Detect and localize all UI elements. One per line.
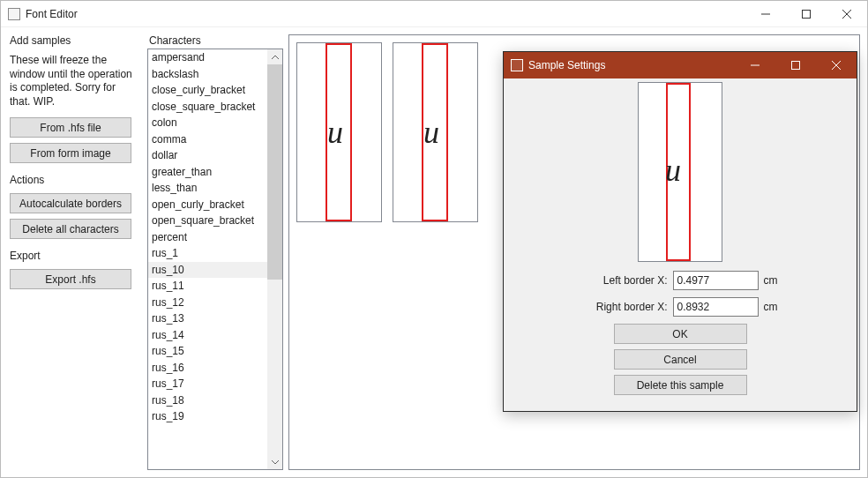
unit-label: cm: [764, 301, 782, 313]
character-item[interactable]: percent: [148, 229, 267, 246]
character-item[interactable]: open_curly_bracket: [148, 197, 267, 213]
left-border-label: Left border X:: [580, 274, 668, 287]
character-item[interactable]: ampersand: [148, 49, 267, 66]
delete-all-button[interactable]: Delete all characters: [10, 219, 131, 239]
from-form-image-button[interactable]: From form image: [10, 143, 131, 163]
preview-glyph: и: [665, 152, 681, 189]
sample-thumbnail[interactable]: и: [296, 42, 382, 222]
character-item[interactable]: rus_10: [148, 262, 267, 279]
scroll-up-arrow[interactable]: [267, 49, 282, 64]
sample-glyph: и: [423, 114, 439, 151]
main-titlebar: Font Editor: [1, 1, 867, 27]
sample-glyph: и: [327, 114, 343, 151]
modal-app-icon: [511, 59, 523, 71]
modal-close-button[interactable]: [816, 52, 857, 78]
scrollbar-thumb[interactable]: [267, 64, 282, 280]
autocalc-borders-button[interactable]: Autocalculate borders: [10, 193, 131, 213]
close-button[interactable]: [827, 1, 867, 27]
character-item[interactable]: rus_13: [148, 310, 267, 327]
add-samples-heading: Add samples: [10, 34, 134, 47]
character-item[interactable]: rus_19: [148, 408, 267, 425]
maximize-button[interactable]: [786, 1, 827, 27]
modal-minimize-button[interactable]: [735, 52, 775, 78]
modal-title: Sample Settings: [528, 59, 735, 71]
character-item[interactable]: greater_than: [148, 164, 267, 181]
add-samples-desc: These will freeze the window until the o…: [10, 54, 134, 108]
window-title: Font Editor: [26, 8, 745, 20]
character-item[interactable]: rus_11: [148, 278, 267, 295]
character-item[interactable]: rus_14: [148, 327, 267, 344]
characters-listbox[interactable]: ampersandbackslashclose_curly_bracketclo…: [147, 49, 283, 470]
characters-heading: Characters: [147, 34, 283, 47]
svg-rect-1: [803, 10, 811, 18]
character-item[interactable]: rus_1: [148, 245, 267, 262]
character-item[interactable]: open_square_bracket: [148, 213, 267, 229]
character-item[interactable]: rus_15: [148, 343, 267, 360]
delete-sample-button[interactable]: Delete this sample: [614, 375, 747, 395]
scroll-down-arrow[interactable]: [267, 454, 282, 469]
modal-maximize-button[interactable]: [775, 52, 816, 78]
character-item[interactable]: close_curly_bracket: [148, 82, 267, 99]
left-border-input[interactable]: [673, 271, 759, 290]
svg-rect-5: [792, 62, 800, 70]
right-border-label: Right border X:: [580, 301, 668, 313]
actions-heading: Actions: [10, 174, 134, 186]
character-item[interactable]: colon: [148, 115, 267, 131]
scrollbar[interactable]: [267, 49, 282, 469]
character-item[interactable]: rus_18: [148, 392, 267, 409]
unit-label: cm: [764, 274, 782, 287]
character-item[interactable]: rus_16: [148, 360, 267, 377]
app-icon: [8, 8, 20, 20]
characters-panel: Characters ampersandbackslashclose_curly…: [144, 27, 288, 477]
character-item[interactable]: rus_17: [148, 376, 267, 392]
modal-titlebar: Sample Settings: [504, 52, 857, 78]
from-hfs-button[interactable]: From .hfs file: [10, 117, 131, 138]
export-hfs-button[interactable]: Export .hfs: [10, 269, 131, 289]
character-item[interactable]: backslash: [148, 66, 267, 83]
cancel-button[interactable]: Cancel: [614, 349, 747, 370]
minimize-button[interactable]: [745, 1, 786, 27]
character-item[interactable]: close_square_bracket: [148, 99, 267, 116]
sample-thumbnail[interactable]: и: [393, 42, 478, 222]
modal-preview: и: [638, 82, 722, 262]
sidebar: Add samples These will freeze the window…: [1, 27, 144, 477]
ok-button[interactable]: OK: [614, 324, 747, 344]
export-heading: Export: [10, 250, 134, 262]
character-item[interactable]: dollar: [148, 147, 267, 164]
character-item[interactable]: comma: [148, 131, 267, 148]
right-border-input[interactable]: [673, 297, 759, 317]
character-item[interactable]: less_than: [148, 180, 267, 197]
sample-settings-dialog: Sample Settings и Left border X: cm Righ…: [503, 51, 857, 412]
character-item[interactable]: rus_12: [148, 295, 267, 311]
